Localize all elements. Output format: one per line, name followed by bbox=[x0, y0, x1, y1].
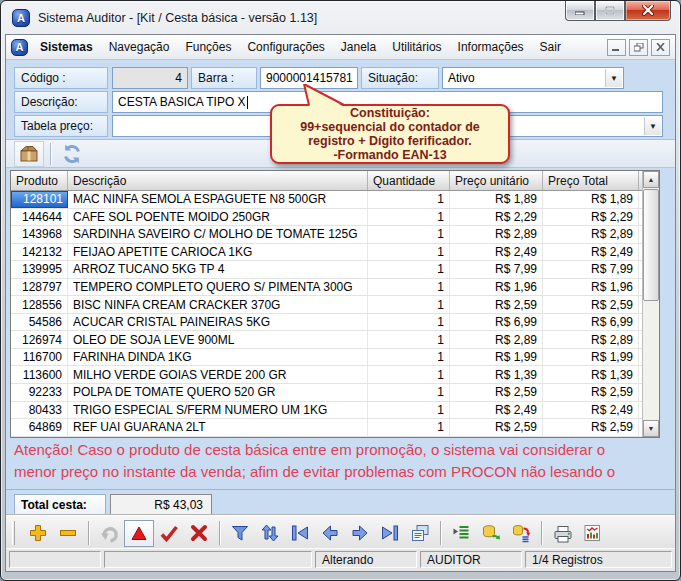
table-cell[interactable]: ARROZ TUCANO 5KG TP 4 bbox=[68, 261, 368, 278]
table-cell[interactable]: CAFE SOL POENTE MOIDO 250GR bbox=[68, 209, 368, 226]
table-row[interactable]: 139995ARROZ TUCANO 5KG TP 41R$ 7,99R$ 7,… bbox=[11, 261, 642, 279]
table-row[interactable]: 128101MAC NINFA SEMOLA ESPAGUETE N8 500G… bbox=[11, 191, 642, 209]
table-cell[interactable]: R$ 1,96 bbox=[543, 279, 639, 296]
minimize-button[interactable] bbox=[565, 1, 595, 21]
table-cell[interactable]: R$ 2,59 bbox=[543, 296, 639, 313]
table-cell[interactable]: TEMPERO COMPLETO QUERO S/ PIMENTA 300G bbox=[68, 279, 368, 296]
table-cell[interactable]: R$ 2,59 bbox=[450, 384, 543, 401]
import-list-button[interactable] bbox=[446, 520, 476, 547]
first-record-button[interactable] bbox=[285, 520, 315, 547]
maximize-button[interactable] bbox=[595, 1, 625, 21]
menu-item-funcoes[interactable]: Funções bbox=[177, 36, 239, 58]
copy-grid-button[interactable] bbox=[405, 520, 435, 547]
cancel-button[interactable] bbox=[184, 520, 214, 547]
table-cell[interactable]: R$ 1,39 bbox=[543, 366, 639, 383]
table-cell[interactable]: 80433 bbox=[11, 402, 68, 419]
table-row[interactable]: 128797TEMPERO COMPLETO QUERO S/ PIMENTA … bbox=[11, 279, 642, 297]
table-cell[interactable]: 139995 bbox=[11, 261, 68, 278]
table-cell[interactable]: R$ 2,59 bbox=[450, 296, 543, 313]
menu-item-informacoes[interactable]: Informações bbox=[450, 36, 532, 58]
table-cell[interactable]: OLEO DE SOJA LEVE 900ML bbox=[68, 331, 368, 348]
table-cell[interactable]: R$ 7,99 bbox=[543, 261, 639, 278]
table-row[interactable]: 116700FARINHA DINDA 1KG1R$ 1,99R$ 1,99 bbox=[11, 349, 642, 367]
filter-button[interactable] bbox=[225, 520, 255, 547]
table-cell[interactable]: R$ 1,89 bbox=[543, 191, 639, 208]
table-cell[interactable]: 1 bbox=[368, 209, 450, 226]
add-button[interactable] bbox=[23, 520, 53, 547]
next-record-button[interactable] bbox=[345, 520, 375, 547]
table-cell[interactable]: FARINHA DINDA 1KG bbox=[68, 349, 368, 366]
table-cell[interactable]: R$ 1,39 bbox=[450, 366, 543, 383]
db-refresh-button[interactable] bbox=[476, 520, 506, 547]
table-cell[interactable]: 1 bbox=[368, 296, 450, 313]
toolbar-grip[interactable] bbox=[12, 521, 15, 545]
db-export-button[interactable] bbox=[506, 520, 536, 547]
table-cell[interactable]: 142132 bbox=[11, 244, 68, 261]
column-header-produto[interactable]: Produto bbox=[11, 171, 68, 190]
table-cell[interactable]: R$ 1,99 bbox=[543, 349, 639, 366]
table-cell[interactable]: TRIGO ESPECIAL S/FERM NUMERO UM 1KG bbox=[68, 402, 368, 419]
table-cell[interactable]: 116700 bbox=[11, 349, 68, 366]
menu-item-sair[interactable]: Sair bbox=[532, 36, 569, 58]
table-cell[interactable]: R$ 2,59 bbox=[543, 419, 639, 436]
close-button[interactable] bbox=[625, 1, 671, 21]
table-cell[interactable]: R$ 2,49 bbox=[450, 402, 543, 419]
confirm-button[interactable] bbox=[154, 520, 184, 547]
table-cell[interactable]: ACUCAR CRISTAL PAINEIRAS 5KG bbox=[68, 314, 368, 331]
table-cell[interactable]: SARDINHA SAVEIRO C/ MOLHO DE TOMATE 125G bbox=[68, 226, 368, 243]
column-header-quantidade[interactable]: Quantidade bbox=[368, 171, 450, 190]
table-cell[interactable]: R$ 6,99 bbox=[543, 314, 639, 331]
table-cell[interactable]: 64869 bbox=[11, 419, 68, 436]
table-row[interactable]: 144644CAFE SOL POENTE MOIDO 250GR1R$ 2,2… bbox=[11, 209, 642, 227]
table-row[interactable]: 54586ACUCAR CRISTAL PAINEIRAS 5KG1R$ 6,9… bbox=[11, 314, 642, 332]
menu-item-sistemas[interactable]: Sistemas bbox=[32, 36, 101, 58]
table-row[interactable]: 64869REF UAI GUARANA 2LT1R$ 2,59R$ 2,59 bbox=[11, 419, 642, 437]
table-cell[interactable]: R$ 2,49 bbox=[543, 402, 639, 419]
remove-button[interactable] bbox=[53, 520, 83, 547]
table-cell[interactable]: R$ 2,49 bbox=[543, 244, 639, 261]
vertical-scrollbar[interactable]: ▲ ▼ bbox=[642, 171, 659, 437]
menu-item-utilitarios[interactable]: Utilitários bbox=[384, 36, 449, 58]
table-cell[interactable]: POLPA DE TOMATE QUERO 520 GR bbox=[68, 384, 368, 401]
table-cell[interactable]: R$ 2,29 bbox=[543, 209, 639, 226]
refresh-button[interactable] bbox=[57, 141, 87, 167]
table-cell[interactable]: 113600 bbox=[11, 366, 68, 383]
table-row[interactable]: 80433TRIGO ESPECIAL S/FERM NUMERO UM 1KG… bbox=[11, 402, 642, 420]
table-cell[interactable]: 1 bbox=[368, 402, 450, 419]
mdi-restore-button[interactable] bbox=[629, 39, 648, 56]
table-cell[interactable]: 143968 bbox=[11, 226, 68, 243]
scroll-down-button[interactable]: ▼ bbox=[643, 420, 659, 437]
table-cell[interactable]: R$ 2,89 bbox=[450, 331, 543, 348]
table-cell[interactable]: 1 bbox=[368, 226, 450, 243]
table-cell[interactable]: R$ 2,29 bbox=[450, 209, 543, 226]
table-cell[interactable]: R$ 1,96 bbox=[450, 279, 543, 296]
table-cell[interactable]: 128556 bbox=[11, 296, 68, 313]
table-cell[interactable]: R$ 7,99 bbox=[450, 261, 543, 278]
table-cell[interactable]: 1 bbox=[368, 331, 450, 348]
print-button[interactable] bbox=[547, 520, 577, 547]
table-cell[interactable]: 144644 bbox=[11, 209, 68, 226]
table-cell[interactable]: 54586 bbox=[11, 314, 68, 331]
table-cell[interactable]: R$ 2,59 bbox=[543, 384, 639, 401]
mdi-close-button[interactable] bbox=[651, 39, 670, 56]
column-header-preco-total[interactable]: Preço Total bbox=[543, 171, 639, 190]
table-cell[interactable]: 1 bbox=[368, 244, 450, 261]
table-cell[interactable]: 128797 bbox=[11, 279, 68, 296]
chevron-down-icon[interactable]: ▼ bbox=[605, 69, 622, 87]
table-cell[interactable]: 126974 bbox=[11, 331, 68, 348]
table-cell[interactable]: FEIJAO APETITE CARIOCA 1KG bbox=[68, 244, 368, 261]
table-row[interactable]: 126974OLEO DE SOJA LEVE 900ML1R$ 2,89R$ … bbox=[11, 331, 642, 349]
table-cell[interactable]: R$ 1,89 bbox=[450, 191, 543, 208]
scrollbar-thumb[interactable] bbox=[643, 189, 659, 301]
table-cell[interactable]: MILHO VERDE GOIAS VERDE 200 GR bbox=[68, 366, 368, 383]
table-cell[interactable]: MAC NINFA SEMOLA ESPAGUETE N8 500GR bbox=[68, 191, 368, 208]
table-cell[interactable]: 1 bbox=[368, 384, 450, 401]
mdi-minimize-button[interactable] bbox=[607, 39, 626, 56]
table-cell[interactable]: 1 bbox=[368, 191, 450, 208]
sort-button[interactable] bbox=[255, 520, 285, 547]
table-row[interactable]: 92233POLPA DE TOMATE QUERO 520 GR1R$ 2,5… bbox=[11, 384, 642, 402]
prior-record-button[interactable] bbox=[315, 520, 345, 547]
codigo-field[interactable]: 4 bbox=[112, 67, 188, 89]
title-bar[interactable]: A Sistema Auditor - [Kit / Cesta básica … bbox=[1, 1, 680, 34]
table-cell[interactable]: 1 bbox=[368, 261, 450, 278]
